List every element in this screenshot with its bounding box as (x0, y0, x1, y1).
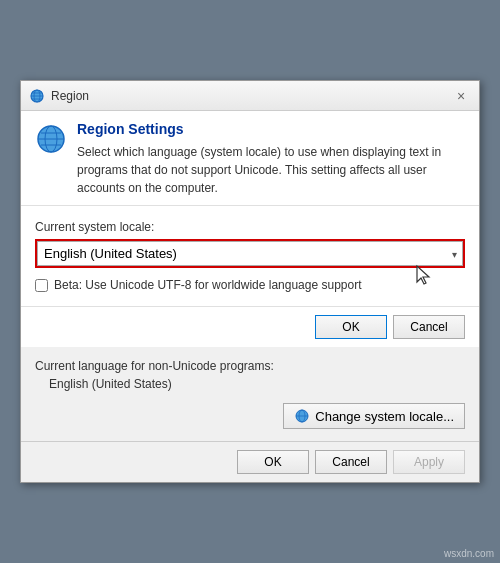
locale-select[interactable]: English (United States) Chinese (Simplif… (37, 241, 463, 266)
dialog-buttons: OK Cancel (21, 307, 479, 347)
region-settings-icon (35, 123, 67, 155)
title-bar: Region × (21, 81, 479, 111)
region-window: Region × Region Settings Select which la… (20, 80, 480, 483)
region-title-icon (29, 88, 45, 104)
lower-info-label: Current language for non-Unicode program… (35, 359, 465, 373)
dialog-title: Region Settings (77, 121, 465, 137)
beta-row: Beta: Use Unicode UTF-8 for worldwide la… (35, 278, 465, 292)
inner-dialog: Current system locale: English (United S… (21, 206, 479, 307)
dialog-header: Region Settings Select which language (s… (21, 111, 479, 206)
lower-section: Current language for non-Unicode program… (21, 347, 479, 441)
lower-button-row: Change system locale... (35, 403, 465, 429)
change-locale-button[interactable]: Change system locale... (283, 403, 465, 429)
change-locale-label: Change system locale... (315, 409, 454, 424)
cancel-button[interactable]: Cancel (393, 315, 465, 339)
close-button[interactable]: × (451, 86, 471, 106)
dialog-description: Select which language (system locale) to… (77, 143, 465, 197)
lower-info-value: English (United States) (49, 377, 465, 391)
watermark: wsxdn.com (444, 548, 494, 559)
bottom-ok-button[interactable]: OK (237, 450, 309, 474)
dialog-header-content: Region Settings Select which language (s… (77, 121, 465, 197)
bottom-cancel-button[interactable]: Cancel (315, 450, 387, 474)
bottom-apply-button: Apply (393, 450, 465, 474)
ok-button[interactable]: OK (315, 315, 387, 339)
globe-icon (294, 408, 310, 424)
locale-select-container: English (United States) Chinese (Simplif… (35, 239, 465, 268)
beta-label: Beta: Use Unicode UTF-8 for worldwide la… (54, 278, 362, 292)
beta-checkbox[interactable] (35, 279, 48, 292)
locale-select-wrapper: English (United States) Chinese (Simplif… (35, 239, 465, 268)
window-title: Region (51, 89, 89, 103)
bottom-bar: OK Cancel Apply (21, 441, 479, 482)
locale-field-label: Current system locale: (35, 220, 465, 234)
title-bar-left: Region (29, 88, 89, 104)
